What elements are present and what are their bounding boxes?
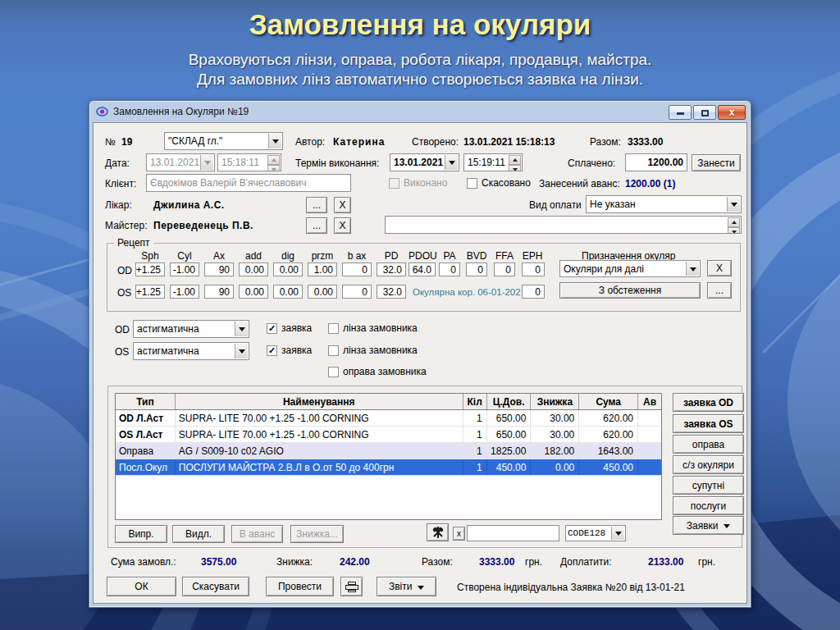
print-button[interactable]	[340, 577, 363, 596]
od-add-field[interactable]: 0.00	[239, 262, 268, 276]
paid-input[interactable]: 1200.00	[625, 153, 687, 171]
deadline-time-spinner[interactable]	[509, 155, 521, 170]
item-row-od[interactable]: OD Л.Аст SUPRA- LITE 70.00 +1.25 -1.00 C…	[116, 410, 661, 427]
od-pd-field[interactable]: 32.0	[377, 262, 406, 276]
od-ax-field[interactable]: 90	[204, 262, 234, 276]
to-advance-button[interactable]: В аванс	[231, 525, 283, 543]
comment-input[interactable]	[385, 216, 742, 234]
date-select-arrow[interactable]	[200, 155, 213, 170]
client-input[interactable]: Євдокімов Валерій В'ячеславович	[146, 174, 351, 192]
close-button[interactable]: x	[718, 105, 746, 120]
date-select[interactable]: 13.01.2021	[146, 153, 215, 171]
col-sph-label: Sph	[135, 250, 165, 262]
warehouse-select-arrow[interactable]	[268, 134, 281, 148]
od-eph-field[interactable]: 0	[522, 262, 545, 276]
col-eph-label: EPH	[520, 250, 545, 262]
fix-button[interactable]: Випр.	[115, 525, 167, 543]
request-od-button[interactable]: заявка OD	[673, 393, 744, 412]
os-lens-type-select[interactable]: астигматична	[133, 342, 249, 360]
x-small-button[interactable]: x	[453, 527, 465, 541]
item-row-frame[interactable]: Оправа AG / S009-10 c02 AGIO 1 1825.00 1…	[116, 443, 661, 459]
os-ax-field[interactable]: 90	[204, 285, 234, 299]
created-value: 13.01.2021 15:18:13	[463, 136, 555, 148]
advance-value: 1200.00 (1)	[625, 178, 675, 189]
barcode-type-select[interactable]: CODE128	[565, 525, 626, 541]
comment-spinner[interactable]	[728, 217, 740, 232]
od-lens-type-select[interactable]: астигматична	[133, 320, 249, 338]
barcode-input[interactable]	[467, 525, 559, 541]
client-frame-checkbox[interactable]: оправа замовника	[328, 366, 427, 377]
od-pdou-field[interactable]: 64.0	[409, 262, 436, 276]
delete-button[interactable]: Видл.	[172, 525, 225, 543]
purpose-clear-button[interactable]: X	[707, 260, 732, 276]
ok-button[interactable]: ОК	[107, 577, 176, 596]
grand-total-uah: грн.	[525, 556, 542, 568]
os-cyl-field[interactable]: -1.00	[170, 285, 199, 299]
post-button[interactable]: Провести	[266, 577, 334, 596]
barcode-type-arrow[interactable]	[611, 527, 624, 540]
os-add-field[interactable]: 0.00	[239, 285, 268, 299]
od-client-lens-checkbox[interactable]: лінза замовника	[328, 322, 418, 334]
od-request-checkbox[interactable]: ✓заявка	[267, 322, 312, 334]
window-titlebar[interactable]: Замовлення на Окуляри №19 x	[89, 101, 751, 122]
master-browse-button[interactable]: ...	[306, 217, 327, 234]
os-sph-field[interactable]: +1.25	[135, 285, 165, 299]
os-przm-field[interactable]: 0.00	[308, 285, 337, 299]
os-bax-field[interactable]: 0	[342, 285, 372, 299]
purpose-select[interactable]: Окуляри для далі	[559, 260, 701, 277]
od-przm-field[interactable]: 1.00	[308, 262, 337, 276]
col-sum: Сума	[579, 394, 638, 409]
deadline-time-field[interactable]: 15:19:11	[463, 153, 523, 171]
purpose-select-arrow[interactable]	[686, 262, 699, 276]
os-client-lens-checkbox[interactable]: лінза замовника	[328, 345, 418, 356]
reports-button[interactable]: Звіти	[377, 577, 436, 596]
doctor-browse-button[interactable]: ...	[306, 197, 327, 213]
os-pd-field[interactable]: 32.0	[377, 285, 406, 299]
doctor-clear-button[interactable]: X	[334, 197, 351, 213]
od-dig-field[interactable]: 0.00	[273, 262, 303, 276]
payment-select[interactable]: Не указан	[586, 195, 742, 213]
requests-menu-button[interactable]: Заявки	[673, 516, 744, 535]
od-bax-field[interactable]: 0	[342, 262, 372, 276]
services-button[interactable]: послуги	[673, 496, 744, 515]
lens-os-label: OS	[115, 346, 129, 358]
purpose-browse-button[interactable]: ...	[707, 282, 732, 299]
discount-button[interactable]: Знижка...	[290, 525, 344, 543]
frame-button[interactable]: оправа	[673, 435, 744, 454]
time-spinner[interactable]	[267, 155, 280, 170]
os-lens-type-arrow[interactable]	[235, 344, 248, 358]
from-exam-button[interactable]: З обстеження	[559, 282, 701, 299]
od-bvd-field[interactable]: 0	[466, 262, 487, 276]
item-row-service[interactable]: Посл.Окул ПОСЛУГИ МАЙСТРА 2.В.Л в О.от 5…	[116, 459, 661, 476]
os-request-checkbox[interactable]: ✓заявка	[267, 345, 312, 356]
items-table[interactable]: Тип Найменування Кіл Ц.Дов. Знижка Сума …	[115, 393, 662, 520]
tools-button[interactable]	[427, 523, 449, 541]
grand-total-label: Разом:	[422, 556, 453, 568]
glasses-correction-link[interactable]: Окулярна кор. 06-01-202	[413, 287, 521, 297]
request-os-button[interactable]: заявка OS	[673, 414, 744, 433]
item-row-os[interactable]: OS Л.Аст SUPRA- LITE 70.00 +1.25 -1.00 C…	[116, 427, 661, 443]
maximize-button[interactable]	[693, 105, 716, 120]
printer-icon	[345, 582, 358, 592]
sunglasses-button[interactable]: с/з окуляри	[673, 455, 744, 474]
od-ffa-field[interactable]: 0	[494, 262, 515, 276]
os-eph-field[interactable]: 0	[522, 285, 545, 299]
lens-od-label: OD	[115, 324, 130, 336]
warehouse-select[interactable]: "СКЛАД гл."	[164, 132, 283, 150]
time-field[interactable]: 15:18:11	[217, 153, 281, 171]
deadline-date-select[interactable]: 13.01.2021	[390, 153, 459, 171]
accessories-button[interactable]: супутні	[673, 476, 744, 495]
master-clear-button[interactable]: X	[334, 217, 351, 234]
od-sph-field[interactable]: +1.25	[135, 262, 165, 276]
os-dig-field[interactable]: 0.00	[273, 285, 303, 299]
od-lens-type-arrow[interactable]	[235, 322, 248, 336]
cancel-order-button[interactable]: Скасувати	[182, 577, 249, 596]
cancelled-checkbox[interactable]: Скасовано	[467, 177, 531, 189]
od-pa-field[interactable]: 0	[439, 262, 460, 276]
done-checkbox[interactable]: Виконано	[389, 177, 447, 189]
minimize-button[interactable]	[669, 105, 692, 120]
od-cyl-field[interactable]: -1.00	[170, 262, 199, 276]
enter-advance-button[interactable]: Занести	[692, 154, 741, 171]
deadline-date-arrow[interactable]	[445, 155, 458, 170]
payment-select-arrow[interactable]	[727, 197, 740, 212]
